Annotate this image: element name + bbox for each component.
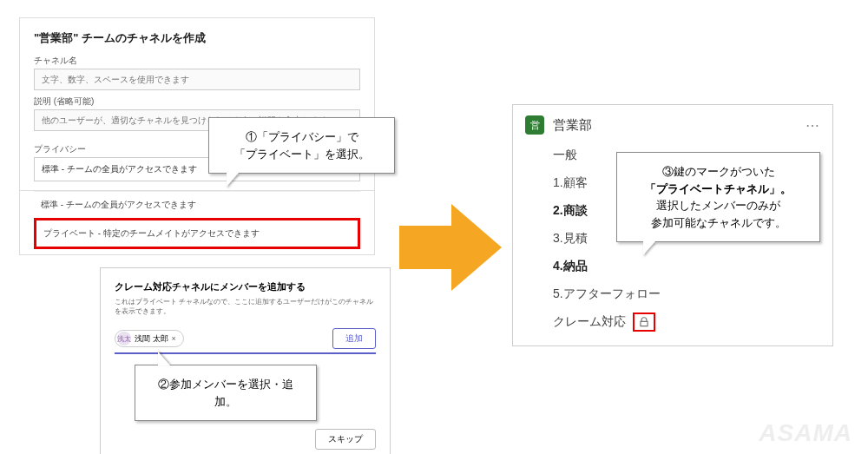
channel-desc-label: 説明 (省略可能) — [34, 95, 360, 108]
dialog-title: "営業部" チームのチャネルを作成 — [34, 30, 360, 46]
callout-tail — [158, 352, 170, 365]
callout-text: ③鍵のマークがついた — [631, 163, 806, 181]
skip-button[interactable]: スキップ — [315, 429, 376, 450]
callout-step3: ③鍵のマークがついた 「プライベートチャネル」。 選択したメンバーのみが 参加可… — [616, 152, 820, 242]
dialog-title: クレーム対応チャネルにメンバーを追加する — [115, 280, 376, 293]
privacy-option-private[interactable]: プライベート - 特定のチームメイトがアクセスできます — [34, 218, 360, 249]
member-input-row[interactable]: 浅太 浅間 太郎 × 追加 — [115, 325, 376, 354]
dialog-note: これはプライベート チャネルなので、ここに追加するユーザーだけがこのチャネルを表… — [115, 297, 376, 316]
callout-text: ②参加メンバーを選択・追加。 — [149, 376, 302, 410]
callout-text: 参加可能なチャネルです。 — [631, 214, 806, 232]
callout-text: 「プライベートチャネル」。 — [631, 181, 806, 198]
member-chip[interactable]: 浅太 浅間 太郎 × — [115, 330, 184, 347]
callout-step1: ①「プライバシー」で 「プライベート」を選択。 — [208, 117, 395, 174]
channel-name-input[interactable] — [34, 69, 360, 90]
watermark: ASAMA — [759, 419, 852, 447]
arrow-icon — [399, 200, 503, 295]
callout-step2: ②参加メンバーを選択・追加。 — [135, 365, 317, 421]
svg-marker-0 — [399, 204, 502, 291]
callout-text: ①「プライバシー」で — [223, 128, 380, 146]
callout-text: 選択したメンバーのみが — [631, 197, 806, 214]
lock-icon — [638, 316, 650, 328]
callout-text: 「プライベート」を選択。 — [223, 146, 380, 163]
callout-tail — [227, 173, 239, 187]
channel-item[interactable]: 5.アフターフォロー — [525, 280, 820, 308]
team-name: 営業部 — [553, 117, 797, 134]
member-name: 浅間 太郎 — [135, 333, 168, 345]
channel-item[interactable]: 4.納品 — [525, 253, 820, 280]
private-channel-item[interactable]: クレーム対応 — [525, 308, 820, 333]
privacy-option-standard[interactable]: 標準 - チームの全員がアクセスできます — [34, 191, 360, 218]
channel-name-label: チャネル名 — [34, 55, 360, 67]
callout-tail — [643, 241, 655, 255]
add-members-dialog: クレーム対応チャネルにメンバーを追加する これはプライベート チャネルなので、こ… — [100, 267, 391, 454]
more-icon[interactable]: ⋯ — [806, 117, 820, 134]
avatar: 浅太 — [117, 332, 131, 345]
lock-highlight — [633, 313, 655, 332]
team-header[interactable]: 営 営業部 ⋯ — [525, 115, 820, 135]
remove-chip-icon[interactable]: × — [172, 334, 176, 343]
channel-label: クレーム対応 — [553, 314, 626, 330]
team-avatar: 営 — [525, 115, 544, 135]
add-button[interactable]: 追加 — [332, 328, 376, 349]
